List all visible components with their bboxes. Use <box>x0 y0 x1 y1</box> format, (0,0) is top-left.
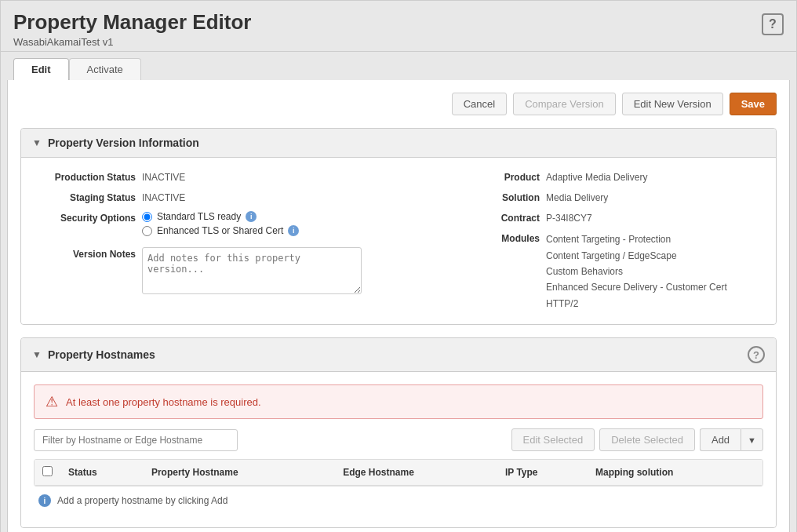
security-option-1-item: Standard TLS ready i <box>142 211 299 222</box>
page-title: Property Manager Editor <box>13 10 251 35</box>
app-container: Property Manager Editor WasabiAkamaiTest… <box>0 0 797 532</box>
error-banner: ⚠ At least one property hostname is requ… <box>34 384 763 419</box>
status-col-header: Status <box>60 460 144 486</box>
tab-bar: Edit Activate <box>1 52 796 80</box>
header: Property Manager Editor WasabiAkamaiTest… <box>1 1 796 52</box>
solution-row: Solution Media Delivery <box>438 191 763 203</box>
edit-new-version-button[interactable]: Edit New Version <box>622 93 723 115</box>
subtitle: WasabiAkamaiTest v1 <box>13 36 251 48</box>
cancel-button[interactable]: Cancel <box>452 93 507 115</box>
delete-selected-button[interactable]: Delete Selected <box>599 428 695 451</box>
error-message: At least one property hostname is requir… <box>66 396 261 408</box>
add-dropdown-button[interactable]: ▼ <box>741 428 763 451</box>
error-icon: ⚠ <box>45 393 58 410</box>
security-options-row: Security Options Standard TLS ready i En… <box>34 211 391 236</box>
filter-bar: Edit Selected Delete Selected Add ▼ <box>34 428 763 451</box>
footer-note: i Add a property hostname by clicking Ad… <box>34 486 763 515</box>
toolbar: Cancel Compare Version Edit New Version … <box>20 93 777 115</box>
product-value: Adaptive Media Delivery <box>546 170 647 183</box>
help-button[interactable]: ? <box>762 13 784 35</box>
contract-label: Contract <box>438 211 540 224</box>
product-row: Product Adaptive Media Delivery <box>438 170 763 183</box>
security-options-label: Security Options <box>34 211 136 224</box>
left-column: Production Status INACTIVE Staging Statu… <box>34 170 391 312</box>
security-options-group: Standard TLS ready i Enhanced TLS or Sha… <box>142 211 299 236</box>
modules-list: Content Targeting - ProtectionContent Ta… <box>546 231 727 312</box>
security-option-1-label: Standard TLS ready <box>157 211 241 222</box>
edit-selected-button[interactable]: Edit Selected <box>511 428 595 451</box>
add-button[interactable]: Add <box>700 428 741 451</box>
product-label: Product <box>438 170 540 183</box>
edge-hostname-col-header: Edge Hostname <box>335 460 497 486</box>
module-item: Content Targeting / EdgeScape <box>546 248 727 264</box>
version-notes-row: Version Notes <box>34 247 391 294</box>
property-hostname-col-header: Property Hostname <box>144 460 335 486</box>
property-version-title: Property Version Information <box>48 137 199 149</box>
right-column: Product Adaptive Media Delivery Solution… <box>438 170 763 312</box>
hostnames-table-wrapper: Status Property Hostname Edge Hostname I… <box>34 459 763 486</box>
modules-row: Modules Content Targeting - ProtectionCo… <box>438 231 763 312</box>
module-item: Enhanced Secure Delivery - Customer Cert <box>546 279 727 295</box>
table-header-row: Status Property Hostname Edge Hostname I… <box>35 460 762 486</box>
tab-edit[interactable]: Edit <box>13 58 69 80</box>
staging-status-label: Staging Status <box>34 191 136 203</box>
info-grid: Production Status INACTIVE Staging Statu… <box>34 170 763 312</box>
version-notes-textarea[interactable] <box>142 247 362 294</box>
property-version-section: ▼ Property Version Information Productio… <box>20 128 777 325</box>
save-button[interactable]: Save <box>730 93 777 115</box>
compare-version-button[interactable]: Compare Version <box>513 93 615 115</box>
footer-note-text: Add a property hostname by clicking Add <box>57 495 227 506</box>
hostnames-table: Status Property Hostname Edge Hostname I… <box>35 460 762 486</box>
solution-value: Media Delivery <box>546 191 608 203</box>
ip-type-col-header: IP Type <box>497 460 588 486</box>
staging-status-row: Staging Status INACTIVE <box>34 191 391 203</box>
add-button-group: Add ▼ <box>700 428 763 451</box>
security-option-2-item: Enhanced TLS or Shared Cert i <box>142 225 299 236</box>
chevron-icon: ▼ <box>32 137 42 148</box>
tab-activate[interactable]: Activate <box>69 58 141 80</box>
main-content: Cancel Compare Version Edit New Version … <box>7 80 790 532</box>
production-status-row: Production Status INACTIVE <box>34 170 391 183</box>
contract-value: P-34I8CY7 <box>546 211 592 224</box>
security-option-2-label: Enhanced TLS or Shared Cert <box>157 225 283 236</box>
hostnames-header: ▼ Property Hostnames ? <box>21 338 776 372</box>
mapping-solution-col-header: Mapping solution <box>588 460 762 486</box>
version-notes-label: Version Notes <box>34 247 136 260</box>
security-option-2-radio[interactable] <box>142 226 152 236</box>
security-option-2-info-icon[interactable]: i <box>288 225 299 236</box>
select-all-header <box>35 460 60 486</box>
contract-row: Contract P-34I8CY7 <box>438 211 763 224</box>
production-status-label: Production Status <box>34 170 136 183</box>
select-all-checkbox[interactable] <box>42 466 53 476</box>
security-option-1-info-icon[interactable]: i <box>246 211 257 222</box>
modules-label: Modules <box>438 231 540 244</box>
property-version-body: Production Status INACTIVE Staging Statu… <box>21 158 776 324</box>
footer-info-icon: i <box>38 494 51 507</box>
module-item: Content Targeting - Protection <box>546 231 727 247</box>
hostnames-chevron-icon: ▼ <box>32 349 42 360</box>
solution-label: Solution <box>438 191 540 203</box>
hostnames-body: ⚠ At least one property hostname is requ… <box>21 372 776 527</box>
staging-status-value: INACTIVE <box>142 191 185 203</box>
filter-actions: Edit Selected Delete Selected Add ▼ <box>511 428 763 451</box>
module-item: Custom Behaviors <box>546 264 727 279</box>
production-status-value: INACTIVE <box>142 170 185 183</box>
hostnames-help-button[interactable]: ? <box>748 346 765 363</box>
property-version-header: ▼ Property Version Information <box>21 129 776 158</box>
hostnames-section: ▼ Property Hostnames ? ⚠ At least one pr… <box>20 337 777 528</box>
header-left: Property Manager Editor WasabiAkamaiTest… <box>13 10 251 48</box>
security-option-1-radio[interactable] <box>142 212 152 222</box>
hostname-filter-input[interactable] <box>34 429 238 451</box>
hostnames-title: Property Hostnames <box>48 348 155 361</box>
module-item: HTTP/2 <box>546 296 727 312</box>
